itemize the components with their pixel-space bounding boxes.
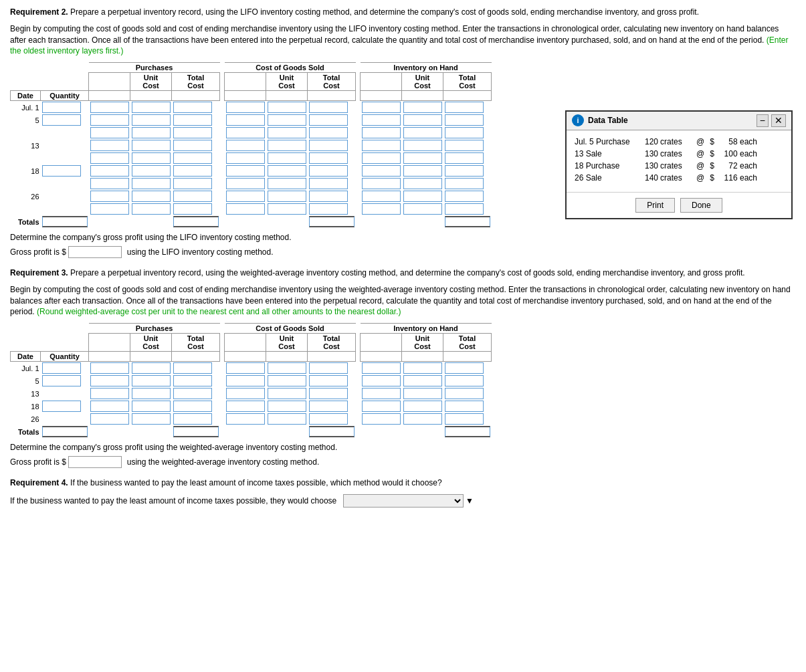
req2-13a-i2[interactable] bbox=[403, 140, 442, 151]
req2-18a-c2[interactable] bbox=[268, 165, 306, 177]
req3-18-p2[interactable] bbox=[132, 401, 171, 412]
req2-26a-c1[interactable] bbox=[226, 191, 265, 202]
minimize-button[interactable]: − bbox=[757, 114, 769, 127]
req2-5b-p3[interactable] bbox=[173, 127, 212, 138]
req3-26-p2[interactable] bbox=[132, 413, 171, 425]
req3-5-p2[interactable] bbox=[132, 375, 171, 386]
req4-method-select[interactable]: FIFO LIFO Weighted-Average bbox=[343, 494, 464, 508]
req2-18b-p3[interactable] bbox=[173, 178, 212, 189]
req3-13-c1[interactable] bbox=[226, 388, 265, 399]
req3-5-p3[interactable] bbox=[173, 375, 212, 386]
req2-5b-c3[interactable] bbox=[309, 127, 348, 138]
req2-13b-c2[interactable] bbox=[268, 152, 306, 164]
req2-26a-i3[interactable] bbox=[445, 191, 484, 202]
req2-18a-i3[interactable] bbox=[445, 165, 484, 177]
req2-18b-i2[interactable] bbox=[403, 178, 442, 189]
req3-26-p3[interactable] bbox=[173, 413, 212, 425]
req2-13a-c3[interactable] bbox=[309, 140, 348, 151]
req2-18a-c1[interactable] bbox=[226, 165, 265, 177]
done-button[interactable]: Done bbox=[680, 198, 722, 213]
req2-13b-i2[interactable] bbox=[403, 152, 442, 164]
req2-18b-c1[interactable] bbox=[226, 178, 265, 189]
req3-5-c2[interactable] bbox=[268, 375, 306, 386]
req3-gp-input[interactable] bbox=[68, 456, 122, 468]
req3-jul1-p1[interactable] bbox=[90, 362, 129, 374]
req2-18a-i2[interactable] bbox=[403, 165, 442, 177]
req2-26b-c3[interactable] bbox=[309, 203, 348, 215]
req2-i2-jul1-input[interactable] bbox=[403, 102, 442, 113]
req2-26a-p2[interactable] bbox=[132, 191, 171, 202]
req3-jul1-i1[interactable] bbox=[362, 362, 401, 374]
req2-26a-i2[interactable] bbox=[403, 191, 442, 202]
req2-totals-i3[interactable] bbox=[445, 216, 490, 227]
req3-13-p1[interactable] bbox=[90, 388, 129, 399]
req2-13a-p3[interactable] bbox=[173, 140, 212, 151]
req2-26b-p2[interactable] bbox=[132, 203, 171, 215]
req3-totals-p3[interactable] bbox=[173, 426, 219, 437]
req3-5-c1[interactable] bbox=[226, 375, 265, 386]
req2-26b-c2[interactable] bbox=[268, 203, 306, 215]
req3-13-p2[interactable] bbox=[132, 388, 171, 399]
req3-5-i2[interactable] bbox=[403, 375, 442, 386]
req3-totals-c3[interactable] bbox=[309, 426, 355, 437]
req3-13-c2[interactable] bbox=[268, 388, 306, 399]
req2-18b-i3[interactable] bbox=[445, 178, 484, 189]
req3-jul1-p3[interactable] bbox=[173, 362, 212, 374]
req3-jul1-p2[interactable] bbox=[132, 362, 171, 374]
req3-jul1-i2[interactable] bbox=[403, 362, 442, 374]
req2-18b-i1[interactable] bbox=[362, 178, 401, 189]
req2-5b-p1[interactable] bbox=[90, 127, 129, 138]
req2-26b-i3[interactable] bbox=[445, 203, 484, 215]
req2-13a-c2[interactable] bbox=[268, 140, 306, 151]
req3-26-i2[interactable] bbox=[403, 413, 442, 425]
req3-18-c2[interactable] bbox=[268, 401, 306, 412]
req2-26b-p1[interactable] bbox=[90, 203, 129, 215]
req2-18b-p2[interactable] bbox=[132, 178, 171, 189]
req2-qty-jul1[interactable] bbox=[42, 102, 81, 113]
req3-13-i2[interactable] bbox=[403, 388, 442, 399]
req2-26a-i1[interactable] bbox=[362, 191, 401, 202]
req3-jul1-qty[interactable] bbox=[42, 362, 81, 374]
req2-c1-jul1-input[interactable] bbox=[226, 102, 265, 113]
req2-26a-c2[interactable] bbox=[268, 191, 306, 202]
req3-18-c3[interactable] bbox=[309, 401, 348, 412]
req2-5-p2[interactable] bbox=[132, 114, 171, 126]
req2-i3-jul1-input[interactable] bbox=[445, 102, 484, 113]
req2-5b-i3[interactable] bbox=[445, 127, 484, 138]
req2-c2-jul1-input[interactable] bbox=[268, 102, 306, 113]
req3-jul1-c2[interactable] bbox=[268, 362, 306, 374]
close-button[interactable]: ✕ bbox=[771, 114, 786, 127]
req3-26-c1[interactable] bbox=[226, 413, 265, 425]
req3-5-i3[interactable] bbox=[445, 375, 484, 386]
req2-c3-jul1-input[interactable] bbox=[309, 102, 348, 113]
req3-18-i2[interactable] bbox=[403, 401, 442, 412]
req2-5-p3[interactable] bbox=[173, 114, 212, 126]
req2-5b-c1[interactable] bbox=[226, 127, 265, 138]
req2-5b-i2[interactable] bbox=[403, 127, 442, 138]
req2-26b-p3[interactable] bbox=[173, 203, 212, 215]
print-button[interactable]: Print bbox=[635, 198, 675, 213]
req2-18a-c3[interactable] bbox=[309, 165, 348, 177]
req3-26-i3[interactable] bbox=[445, 413, 484, 425]
req3-26-p1[interactable] bbox=[90, 413, 129, 425]
req3-18-p1[interactable] bbox=[90, 401, 129, 412]
req2-5-c1[interactable] bbox=[226, 114, 265, 126]
req3-5-i1[interactable] bbox=[362, 375, 401, 386]
req2-13a-p1[interactable] bbox=[90, 140, 129, 151]
req2-qty-5[interactable] bbox=[42, 114, 81, 126]
req2-13b-p1[interactable] bbox=[90, 152, 129, 164]
req2-18-qty[interactable] bbox=[42, 165, 81, 177]
req2-5-i3[interactable] bbox=[445, 114, 484, 126]
req2-gp-input[interactable] bbox=[68, 246, 122, 258]
req2-totals-qty[interactable] bbox=[42, 216, 88, 227]
req2-13b-p3[interactable] bbox=[173, 152, 212, 164]
req2-5-i2[interactable] bbox=[403, 114, 442, 126]
req2-13b-c1[interactable] bbox=[226, 152, 265, 164]
req2-i1-jul1-input[interactable] bbox=[362, 102, 401, 113]
req2-5b-p2[interactable] bbox=[132, 127, 171, 138]
req3-totals-qty[interactable] bbox=[42, 426, 88, 437]
req2-18b-p1[interactable] bbox=[90, 178, 129, 189]
req2-5-p1[interactable] bbox=[90, 114, 129, 126]
req2-18a-p1[interactable] bbox=[90, 165, 129, 177]
req2-totals-c3[interactable] bbox=[309, 216, 355, 227]
